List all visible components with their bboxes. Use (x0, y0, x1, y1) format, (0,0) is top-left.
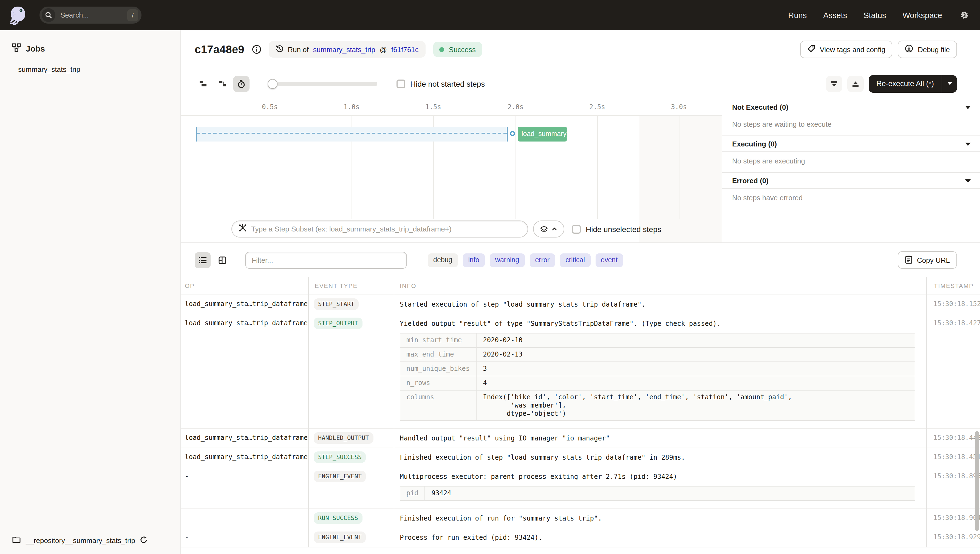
waterfall-view-button[interactable] (214, 75, 230, 92)
hide-unselected-label: Hide unselected steps (586, 224, 661, 233)
chevron-down-icon (965, 106, 970, 109)
col-timestamp: TIMESTAMP (926, 282, 980, 289)
axis-tick: 1.0s (344, 103, 360, 111)
top-nav: / Runs Assets Status Workspace (0, 0, 980, 30)
column-divider[interactable] (926, 277, 927, 548)
section-errored[interactable]: Errored (0) (722, 173, 980, 189)
copy-url-button[interactable]: Copy URL (898, 251, 957, 269)
event-type-chip: ENGINE_EVENT (314, 532, 366, 543)
log-table: OP EVENT TYPE INFO TIMESTAMP load_summar… (181, 277, 980, 548)
view-tags-config-button[interactable]: View tags and config (800, 41, 892, 58)
clipboard-icon (905, 255, 913, 265)
nav-status[interactable]: Status (864, 11, 886, 19)
dagster-logo-icon[interactable] (8, 5, 27, 25)
folder-icon (12, 536, 21, 545)
global-search[interactable]: / (40, 6, 142, 24)
repository-name: __repository__summary_stats_trip (26, 536, 135, 544)
slider-track (267, 81, 377, 86)
log-toolbar: debug info warning error critical event … (181, 243, 980, 277)
run-main: c17a48e9 Run of summary_stats_trip @ f61… (181, 30, 980, 554)
log-structured-view-button[interactable] (215, 252, 230, 268)
section-executing[interactable]: Executing (0) (722, 136, 980, 152)
collapse-panel-down-button[interactable] (826, 75, 842, 92)
log-list-view-button[interactable] (195, 252, 211, 268)
slider-handle[interactable] (267, 79, 277, 89)
level-error[interactable]: error (530, 253, 555, 267)
nav-workspace[interactable]: Workspace (902, 11, 942, 19)
section-not-executed[interactable]: Not Executed (0) (722, 99, 980, 115)
top-nav-links: Runs Assets Status Workspace (788, 10, 969, 20)
axis-tick: 0.5s (262, 103, 278, 111)
settings-gear-icon[interactable] (960, 10, 969, 20)
repository-footer: __repository__summary_stats_trip (0, 536, 180, 554)
info-icon[interactable] (251, 45, 261, 54)
sidebar-item-summary-stats-trip[interactable]: summary_stats_trip (0, 54, 180, 73)
log-row[interactable]: load_summary_sta…trip_dataframe HANDLED_… (181, 429, 980, 448)
snapshot-link[interactable]: f61f761c (391, 45, 419, 54)
step-subset-input[interactable] (251, 225, 521, 233)
hide-not-started-checkbox[interactable] (396, 79, 405, 88)
level-warning[interactable]: warning (490, 253, 525, 267)
log-row[interactable]: - ENGINE_EVENT Process for run exited (p… (181, 528, 980, 548)
axis-tick: 2.5s (589, 103, 605, 111)
gantt-zoom-slider[interactable] (267, 79, 377, 89)
tag-icon (807, 45, 815, 54)
expand-panel-up-button[interactable] (847, 75, 864, 92)
history-icon (275, 45, 283, 54)
chevron-down-icon (965, 142, 970, 146)
log-row[interactable]: load_summary_sta…trip_dataframe STEP_SUC… (181, 448, 980, 467)
success-dot-icon (439, 47, 444, 52)
reexecute-all-button[interactable]: Re-execute All (*) (869, 75, 957, 92)
step-waiting-band (196, 127, 508, 142)
vertical-scrollbar[interactable] (975, 431, 979, 531)
hide-unselected-row: Hide unselected steps (572, 224, 661, 233)
flat-view-button[interactable] (195, 75, 211, 92)
step-status-panel: Not Executed (0) No steps are waiting to… (722, 99, 980, 242)
graph-query-layers-button[interactable] (533, 221, 564, 237)
event-type-chip: STEP_SUCCESS (314, 451, 366, 463)
level-info[interactable]: info (463, 253, 485, 267)
axis-tick: 2.0s (508, 103, 523, 111)
hide-not-started-label: Hide not started steps (410, 79, 485, 88)
level-event[interactable]: event (595, 253, 623, 267)
job-link[interactable]: summary_stats_trip (313, 45, 375, 54)
reexecute-dropdown-caret[interactable] (942, 75, 957, 92)
step-start-marker (510, 131, 515, 136)
hide-unselected-checkbox[interactable] (572, 224, 581, 233)
reload-repository-icon[interactable] (140, 536, 148, 545)
col-event-type: EVENT TYPE (308, 282, 394, 289)
log-row[interactable]: - RUN_SUCCESS Finished execution of run … (181, 509, 980, 528)
log-row[interactable]: load_summary_sta…trip_dataframe STEP_STA… (181, 295, 980, 314)
level-debug[interactable]: debug (428, 253, 458, 267)
time-axis: 0.5s 1.0s 1.5s 2.0s 2.5s 3.0s (181, 99, 722, 116)
gantt-step-chip[interactable]: load_summary_ (518, 127, 567, 142)
col-op: OP (181, 282, 308, 289)
gridline (515, 116, 516, 219)
run-header: c17a48e9 Run of summary_stats_trip @ f61… (181, 30, 980, 68)
event-type-chip: HANDLED_OUTPUT (314, 432, 373, 444)
search-shortcut-key: / (127, 9, 138, 21)
timed-view-button[interactable] (233, 75, 250, 92)
event-type-chip: STEP_OUTPUT (314, 318, 363, 329)
jobs-sidebar: Jobs summary_stats_trip __repository__su… (0, 30, 181, 554)
step-subset-field[interactable] (231, 221, 528, 237)
nav-runs[interactable]: Runs (788, 11, 807, 19)
log-level-filters: debug info warning error critical event (428, 253, 623, 267)
level-critical[interactable]: critical (560, 253, 590, 267)
output-metadata-table: min_start_time2020-02-10 max_end_time202… (400, 333, 915, 421)
log-filter-input[interactable] (245, 252, 407, 269)
search-input[interactable] (60, 11, 127, 19)
log-row[interactable]: - ENGINE_EVENT Multiprocess executor: pa… (181, 467, 980, 509)
column-divider[interactable] (394, 277, 394, 548)
debug-file-button[interactable]: Debug file (898, 41, 957, 58)
axis-tick: 1.5s (425, 103, 441, 111)
run-of-pill: Run of summary_stats_trip @ f61f761c (269, 41, 426, 57)
column-divider[interactable] (308, 277, 309, 548)
at-separator: @ (380, 45, 387, 54)
jobs-icon (12, 43, 21, 54)
log-row[interactable]: load_summary_sta…trip_dataframe STEP_OUT… (181, 314, 980, 429)
step-graph-icon (239, 224, 247, 234)
col-info: INFO (394, 282, 926, 289)
nav-assets[interactable]: Assets (823, 11, 847, 19)
step-subset-row: Hide unselected steps (231, 221, 722, 237)
